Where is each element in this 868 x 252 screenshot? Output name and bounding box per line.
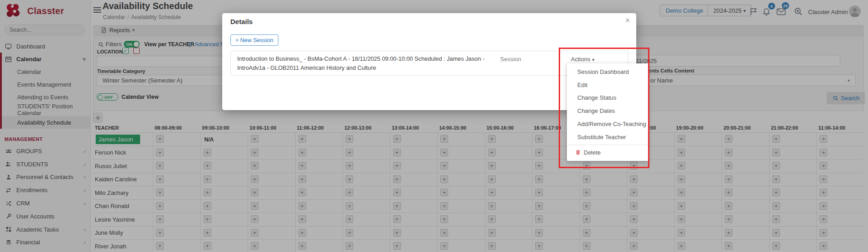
menu-item-add-remove-co-teaching[interactable]: Add/Remove Co-Teaching xyxy=(567,117,649,131)
session-type-label: Session xyxy=(500,56,521,63)
modal-title: Details xyxy=(230,18,253,25)
availability-schedule-page: Classter Dashboard Calendar▾CalendarEven… xyxy=(0,0,868,252)
new-session-button[interactable]: + New Session xyxy=(230,34,278,46)
menu-item-change-status[interactable]: Change Status xyxy=(567,92,649,105)
menu-divider xyxy=(567,145,649,145)
session-title: Introduction to Business_ - BsMa-Cohort … xyxy=(237,54,502,73)
menu-item-substitute-teacher[interactable]: Substitute Teacher xyxy=(567,131,649,144)
caret-down-icon: ▾ xyxy=(592,57,595,62)
actions-menu: Session DashboardEditChange StatusChange… xyxy=(567,63,649,161)
menu-item-change-dates[interactable]: Change Dates xyxy=(567,104,649,117)
menu-item-edit[interactable]: Edit xyxy=(567,78,649,92)
close-icon[interactable]: × xyxy=(625,16,630,25)
menu-item-delete[interactable]: Delete xyxy=(567,146,649,159)
actions-dropdown-button[interactable]: Actions▾ xyxy=(571,56,595,63)
menu-item-session-dashboard[interactable]: Session Dashboard xyxy=(567,65,649,78)
trash-icon xyxy=(575,149,581,155)
